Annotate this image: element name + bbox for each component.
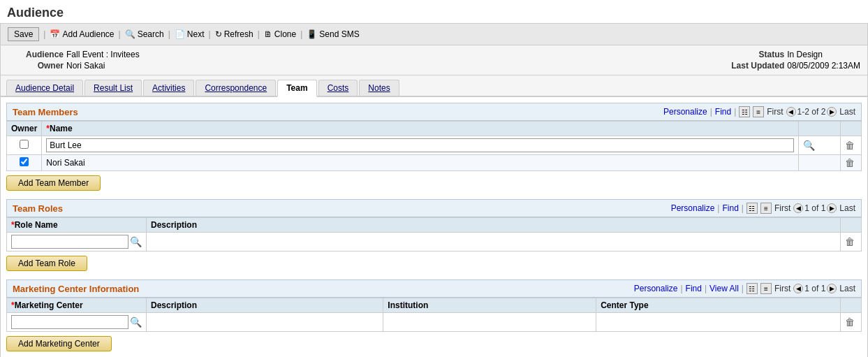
delete-icon-1[interactable]: 🗑 xyxy=(845,140,855,151)
search-icon-1[interactable]: 🔍 xyxy=(803,140,815,151)
team-roles-table-icon[interactable]: ≡ xyxy=(760,203,772,214)
mc-view-all[interactable]: View All xyxy=(709,284,739,293)
search-action-1[interactable]: 🔍 xyxy=(799,136,841,155)
team-roles-last[interactable]: Last xyxy=(839,203,855,213)
owner-checkbox-1[interactable] xyxy=(7,136,42,155)
mc-description-cell xyxy=(147,313,383,332)
table-row: 🔍 🗑 xyxy=(7,136,862,155)
add-team-member-button[interactable]: Add Team Member xyxy=(6,175,101,191)
mc-table-icon[interactable]: ≡ xyxy=(760,283,772,294)
owner-row: Owner Nori Sakai xyxy=(8,61,140,71)
tab-costs[interactable]: Costs xyxy=(318,80,358,96)
mc-find[interactable]: Find xyxy=(686,284,702,293)
team-roles-find[interactable]: Find xyxy=(722,203,738,213)
owner-label: Owner xyxy=(8,61,64,71)
team-roles-section: Team Roles Personalize | Find | ☷ ≡ Firs… xyxy=(6,199,862,271)
delete-action-2[interactable]: 🗑 xyxy=(841,155,862,171)
send-sms-button[interactable]: 📱 Send SMS xyxy=(307,29,359,39)
marketing-center-actions: Personalize | Find | View All | ☷ ≡ Firs… xyxy=(634,283,855,294)
mc-delete-cell[interactable]: 🗑 xyxy=(841,313,862,332)
mc-personalize[interactable]: Personalize xyxy=(634,284,678,293)
sms-icon: 📱 xyxy=(307,29,317,39)
th-owner: Owner xyxy=(7,122,42,136)
refresh-icon: ↻ xyxy=(215,29,222,39)
mc-name-input[interactable] xyxy=(11,315,128,329)
next-button[interactable]: 📄 Next xyxy=(175,29,205,39)
team-members-actions: Personalize | Find | ☷ ≡ First ◀ 1-2 of … xyxy=(663,106,855,117)
team-roles-header: Team Roles Personalize | Find | ☷ ≡ Firs… xyxy=(6,199,862,217)
mc-first[interactable]: First xyxy=(774,284,790,293)
tab-team[interactable]: Team xyxy=(277,80,316,97)
team-members-first[interactable]: First xyxy=(767,107,783,117)
role-name-cell: 🔍 xyxy=(7,233,147,252)
tab-audience-detail[interactable]: Audience Detail xyxy=(6,80,83,96)
role-delete-icon[interactable]: 🗑 xyxy=(845,236,855,247)
owner-check-1[interactable] xyxy=(20,140,29,149)
add-icon: 📅 xyxy=(50,29,60,39)
owner-check-2[interactable] xyxy=(20,157,29,166)
role-name-input[interactable] xyxy=(11,235,128,249)
search-button[interactable]: 🔍 Search xyxy=(125,29,164,39)
clone-button[interactable]: 🗎 Clone xyxy=(264,29,296,39)
last-updated-row: Last Updated 08/05/2009 2:13AM xyxy=(728,61,860,71)
name-field-2: Nori Sakai xyxy=(42,155,799,171)
mc-next-arrow[interactable]: ▶ xyxy=(827,284,837,293)
team-roles-prev-arrow[interactable]: ◀ xyxy=(793,203,803,213)
team-roles-table: *Role Name Description 🔍 🗑 xyxy=(6,217,862,252)
mc-name-cell: 🔍 xyxy=(7,313,147,332)
team-members-nav: ◀ 1-2 of 2 ▶ xyxy=(786,107,837,117)
th-name: *Name xyxy=(42,122,799,136)
team-roles-first[interactable]: First xyxy=(774,203,790,213)
name-input-1[interactable] xyxy=(46,138,794,152)
team-roles-next-arrow[interactable]: ▶ xyxy=(827,203,837,213)
team-members-section: Team Members Personalize | Find | ☷ ≡ Fi… xyxy=(6,103,862,191)
next-icon: 📄 xyxy=(175,29,185,39)
mc-prev-arrow[interactable]: ◀ xyxy=(793,284,803,293)
add-audience-button[interactable]: 📅 Add Audience xyxy=(50,29,114,39)
marketing-center-header: Marketing Center Information Personalize… xyxy=(6,279,862,298)
mc-pages: 1 of 1 xyxy=(804,284,825,293)
tab-activities[interactable]: Activities xyxy=(143,80,194,96)
status-row: Status In Design xyxy=(728,50,860,59)
owner-checkbox-2[interactable] xyxy=(7,155,42,171)
add-team-role-button[interactable]: Add Team Role xyxy=(6,256,87,271)
mc-search-icon[interactable]: 🔍 xyxy=(130,316,142,328)
search-icon: 🔍 xyxy=(125,29,135,39)
role-description-cell xyxy=(147,233,841,252)
th-mc-center-type: Center Type xyxy=(596,298,841,313)
team-members-find[interactable]: Find xyxy=(715,107,731,117)
team-members-table-icon[interactable]: ≡ xyxy=(753,106,764,117)
team-roles-personalize[interactable]: Personalize xyxy=(671,203,715,213)
page-title: Audience xyxy=(0,0,868,23)
add-marketing-center-button[interactable]: Add Marketing Center xyxy=(6,336,112,351)
tab-notes[interactable]: Notes xyxy=(359,80,399,96)
team-members-personalize[interactable]: Personalize xyxy=(663,107,707,117)
team-members-prev-arrow[interactable]: ◀ xyxy=(786,107,796,117)
clone-icon: 🗎 xyxy=(264,29,272,39)
team-members-last[interactable]: Last xyxy=(839,107,855,117)
info-bar: Audience Fall Event : Invitees Owner Nor… xyxy=(0,45,868,75)
team-roles-actions: Personalize | Find | ☷ ≡ First ◀ 1 of 1 … xyxy=(671,203,855,214)
mc-last[interactable]: Last xyxy=(839,284,855,293)
info-left: Audience Fall Event : Invitees Owner Nor… xyxy=(8,50,140,71)
refresh-button[interactable]: ↻ Refresh xyxy=(215,29,253,39)
mc-header-row: *Marketing Center Description Institutio… xyxy=(7,298,862,313)
delete-action-1[interactable]: 🗑 xyxy=(841,136,862,155)
team-members-next-arrow[interactable]: ▶ xyxy=(827,107,837,117)
save-button[interactable]: Save xyxy=(8,27,39,41)
table-row: 🔍 🗑 xyxy=(7,313,862,332)
audience-value: Fall Event : Invitees xyxy=(66,50,140,59)
mc-grid-icon[interactable]: ☷ xyxy=(746,283,758,294)
mc-delete-icon[interactable]: 🗑 xyxy=(845,316,855,328)
team-members-table: Owner *Name 🔍 🗑 Nori Sakai xyxy=(6,121,862,171)
delete-icon-2[interactable]: 🗑 xyxy=(845,157,855,168)
role-search-icon[interactable]: 🔍 xyxy=(130,236,142,247)
th-mc-delete xyxy=(841,298,862,313)
team-roles-grid-icon[interactable]: ☷ xyxy=(746,203,758,214)
team-members-grid-icon[interactable]: ☷ xyxy=(739,106,750,117)
tab-correspondence[interactable]: Correspondence xyxy=(196,80,276,96)
role-delete-cell[interactable]: 🗑 xyxy=(841,233,862,252)
tab-result-list[interactable]: Result List xyxy=(84,80,142,96)
th-delete-action xyxy=(841,122,862,136)
th-role-name: *Role Name xyxy=(7,218,147,233)
